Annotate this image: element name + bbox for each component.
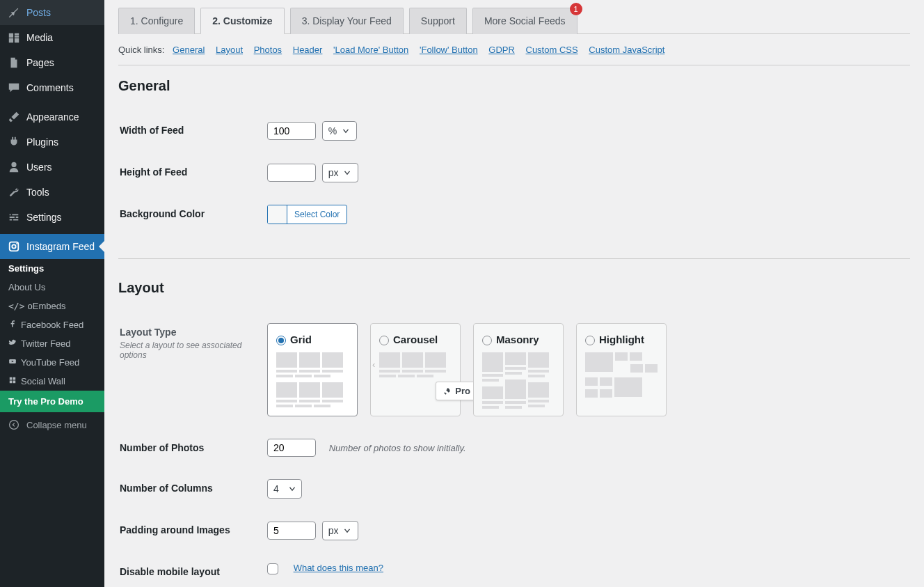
disable-mobile-checkbox[interactable]	[267, 563, 278, 574]
height-unit-select[interactable]: px	[322, 163, 359, 182]
section-divider	[118, 258, 910, 259]
width-label: Width of Feed	[120, 111, 259, 151]
submenu-item-socialwall[interactable]: Social Wall	[0, 372, 104, 391]
comment-icon	[7, 81, 21, 95]
tab-display[interactable]: 3. Display Your Feed	[290, 8, 404, 34]
layout-type-sublabel: Select a layout to see associated option…	[120, 341, 252, 360]
tab-customize[interactable]: 2. Customize	[200, 8, 284, 34]
width-input[interactable]	[267, 122, 316, 140]
chevron-down-icon	[341, 126, 351, 136]
layout-preview-grid	[276, 352, 349, 407]
sidebar-item-label: Comments	[26, 82, 74, 93]
quick-link-header[interactable]: Header	[293, 45, 323, 55]
tab-support[interactable]: Support	[409, 8, 467, 34]
admin-sidebar: Posts Media Pages Comments Appearance Pl…	[0, 0, 104, 587]
sidebar-item-users[interactable]: Users	[0, 155, 104, 180]
radio-icon	[276, 336, 286, 345]
layout-option-grid[interactable]: Grid	[267, 323, 358, 416]
submenu-item-oembeds[interactable]: </>oEmbeds	[0, 297, 104, 315]
sidebar-item-media[interactable]: Media	[0, 25, 104, 50]
padding-label: Padding around Images	[120, 510, 259, 551]
sidebar-item-label: Posts	[26, 7, 51, 18]
main-content: 1. Configure 2. Customize 3. Display You…	[104, 0, 924, 587]
tab-bar: 1. Configure 2. Customize 3. Display You…	[118, 7, 910, 34]
media-icon	[7, 31, 21, 45]
tab-more-feeds[interactable]: More Social Feeds 1	[472, 8, 578, 34]
sidebar-item-posts[interactable]: Posts	[0, 0, 104, 25]
submenu-item-settings[interactable]: Settings	[0, 259, 104, 278]
width-unit-select[interactable]: %	[322, 121, 357, 141]
sidebar-item-plugins[interactable]: Plugins	[0, 130, 104, 155]
quick-link-css[interactable]: Custom CSS	[526, 45, 578, 55]
radio-icon	[482, 336, 492, 345]
code-icon: </>	[8, 301, 24, 311]
grid-icon	[8, 376, 18, 384]
user-icon	[7, 160, 21, 174]
layout-option-highlight[interactable]: Highlight	[576, 323, 667, 416]
tab-configure[interactable]: 1. Configure	[118, 8, 195, 34]
plug-icon	[7, 135, 21, 149]
help-link[interactable]: What does this mean?	[294, 563, 383, 573]
num-cols-label: Number of Columns	[120, 469, 259, 509]
section-title-layout: Layout	[118, 280, 910, 296]
svg-point-1	[12, 244, 15, 248]
radio-icon	[585, 336, 595, 345]
quick-link-js[interactable]: Custom JavaScript	[589, 45, 664, 55]
wrench-icon	[7, 185, 21, 199]
sidebar-item-tools[interactable]: Tools	[0, 180, 104, 205]
height-label: Height of Feed	[120, 152, 259, 193]
quick-links-label: Quick links:	[118, 45, 164, 55]
quick-link-photos[interactable]: Photos	[254, 45, 282, 55]
layout-option-masonry[interactable]: Masonry	[473, 323, 564, 416]
quick-link-follow[interactable]: 'Follow' Button	[420, 45, 478, 55]
quick-links: Quick links: General Layout Photos Heade…	[118, 45, 910, 65]
page-icon	[7, 56, 21, 70]
svg-point-4	[10, 421, 19, 430]
quick-link-gdpr[interactable]: GDPR	[488, 45, 515, 55]
bg-color-label: Background Color	[120, 194, 259, 236]
quick-link-general[interactable]: General	[173, 45, 205, 55]
sidebar-item-label: Tools	[26, 187, 49, 198]
sliders-icon	[7, 210, 21, 224]
color-picker-button[interactable]: Select Color	[267, 205, 347, 224]
sidebar-item-label: Media	[26, 32, 53, 43]
collapse-menu-button[interactable]: Collapse menu	[0, 412, 104, 437]
sidebar-item-instagram-feed[interactable]: Instagram Feed	[0, 234, 104, 259]
sidebar-item-pages[interactable]: Pages	[0, 50, 104, 75]
brush-icon	[7, 110, 21, 124]
notification-badge: 1	[570, 3, 582, 15]
chevron-down-icon	[287, 484, 297, 494]
submenu-item-about[interactable]: About Us	[0, 278, 104, 297]
quick-link-loadmore[interactable]: 'Load More' Button	[333, 45, 408, 55]
sidebar-item-settings[interactable]: Settings	[0, 205, 104, 230]
svg-point-2	[16, 243, 17, 244]
instagram-icon	[7, 240, 21, 253]
chevron-left-icon: ‹	[372, 359, 375, 370]
num-photos-input[interactable]	[267, 439, 316, 457]
num-cols-select[interactable]: 4	[267, 479, 302, 499]
submenu-item-facebook[interactable]: Facebook Feed	[0, 315, 104, 334]
quick-link-layout[interactable]: Layout	[216, 45, 243, 55]
layout-type-label: Layout Type	[120, 327, 252, 338]
sidebar-item-label: Appearance	[26, 111, 79, 123]
layout-preview-carousel: ‹	[379, 352, 452, 377]
sidebar-item-label: Settings	[26, 212, 62, 223]
layout-preview-highlight	[585, 352, 658, 398]
chevron-down-icon	[342, 168, 352, 178]
height-input[interactable]	[267, 164, 316, 182]
sidebar-item-appearance[interactable]: Appearance	[0, 104, 104, 130]
submenu-item-youtube[interactable]: YouTube Feed	[0, 353, 104, 372]
sidebar-item-comments[interactable]: Comments	[0, 75, 104, 100]
color-swatch	[268, 205, 287, 224]
layout-preview-masonry	[482, 352, 555, 409]
num-photos-label: Number of Photos	[120, 428, 259, 467]
submenu-item-twitter[interactable]: Twitter Feed	[0, 334, 104, 353]
collapse-icon	[7, 418, 21, 432]
layout-option-carousel[interactable]: Carousel ‹ Pro	[370, 323, 461, 416]
facebook-icon	[8, 320, 18, 328]
try-pro-button[interactable]: Try the Pro Demo	[0, 391, 104, 412]
padding-input[interactable]	[267, 522, 316, 540]
section-title-general: General	[118, 78, 910, 94]
padding-unit-select[interactable]: px	[322, 521, 359, 540]
sidebar-item-label: Users	[26, 162, 52, 173]
